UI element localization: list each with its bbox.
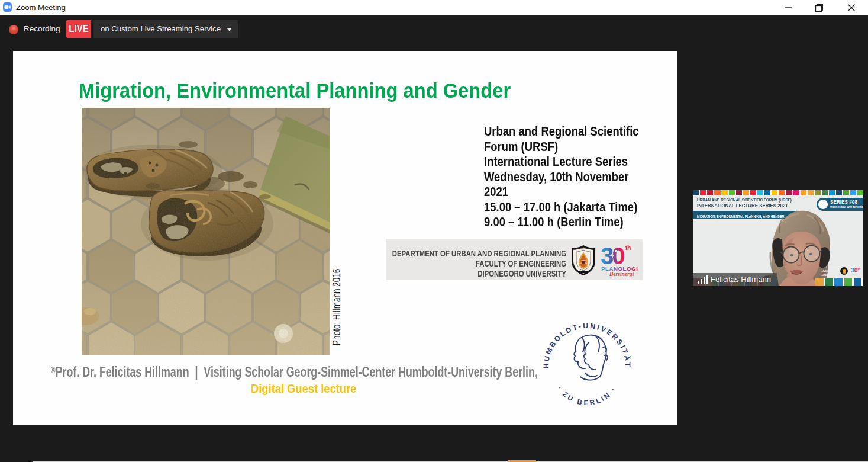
- svg-text:· ZU BERLIN ·: · ZU BERLIN ·: [556, 384, 617, 406]
- svg-text:UNIVERSITAS DIPONEGORO: UNIVERSITAS DIPONEGORO: [573, 248, 594, 250]
- svg-text:th: th: [625, 245, 631, 251]
- svg-text:Bersinergi: Bersinergi: [609, 271, 634, 277]
